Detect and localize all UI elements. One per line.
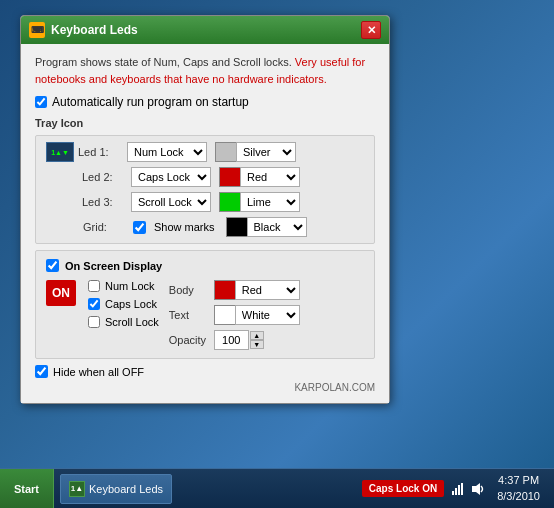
caps-lock-checkbox[interactable]: [88, 298, 100, 310]
taskbar-items: 1▲ Keyboard Leds: [54, 469, 356, 508]
body-row: Body Silver Red Lime Black White: [169, 280, 364, 300]
hide-row: Hide when all OFF: [35, 365, 375, 378]
opacity-input[interactable]: 100: [214, 330, 249, 350]
title-left: ⌨ Keyboard Leds: [29, 22, 138, 38]
on-badge: ON: [46, 280, 76, 306]
scroll-lock-row: Scroll Lock: [88, 316, 159, 328]
description-text: Program shows state of Num, Caps and Scr…: [35, 54, 375, 87]
caps-lock-row: Caps Lock: [88, 298, 159, 310]
led3-lock-select[interactable]: Num Lock Caps Lock Scroll Lock: [131, 192, 211, 212]
led1-row: 1▲▼ Led 1: Num Lock Caps Lock Scroll Loc…: [46, 142, 364, 162]
network-icon[interactable]: [451, 481, 467, 497]
opacity-spinner[interactable]: ▲ ▼: [250, 331, 264, 349]
tray-icon-section: 1▲▼ Led 1: Num Lock Caps Lock Scroll Loc…: [35, 135, 375, 244]
svg-rect-1: [455, 488, 457, 495]
opacity-down[interactable]: ▼: [250, 340, 264, 349]
led1-label: Led 1:: [78, 146, 123, 158]
text-color-select[interactable]: Silver Red Lime Black White: [235, 305, 300, 325]
grid-label: Grid:: [83, 221, 128, 233]
description-normal: Program shows state of Num, Caps and Scr…: [35, 56, 292, 68]
show-marks-label: Show marks: [154, 221, 215, 233]
osd-label: On Screen Display: [65, 260, 162, 272]
tray-icon-section-label: Tray Icon: [35, 117, 375, 129]
dialog-title: Keyboard Leds: [51, 23, 138, 37]
grid-row: Grid: Show marks Silver Red Lime Black: [46, 217, 364, 237]
led2-label: Led 2:: [82, 171, 127, 183]
grid-color-box: [226, 217, 248, 237]
osd-right-area: Body Silver Red Lime Black White: [169, 280, 364, 350]
body-color-select[interactable]: Silver Red Lime Black White: [235, 280, 300, 300]
osd-checkboxes: Num Lock Caps Lock Scroll Lock: [88, 280, 159, 336]
osd-content: ON Num Lock Caps Lock: [46, 280, 364, 350]
scroll-lock-label: Scroll Lock: [105, 316, 159, 328]
volume-icon[interactable]: [470, 481, 486, 497]
taskbar-keyboard-leds[interactable]: 1▲ Keyboard Leds: [60, 474, 172, 504]
startup-row: Automatically run program on startup: [35, 95, 375, 109]
scroll-lock-checkbox[interactable]: [88, 316, 100, 328]
text-label: Text: [169, 309, 209, 321]
text-color-box: [214, 305, 236, 325]
svg-marker-4: [472, 483, 480, 495]
dialog-body: Program shows state of Num, Caps and Scr…: [21, 44, 389, 403]
led1-lock-select[interactable]: Num Lock Caps Lock Scroll Lock: [127, 142, 207, 162]
clock-date: 8/3/2010: [497, 489, 540, 504]
led3-row: Led 3: Num Lock Caps Lock Scroll Lock Si…: [46, 192, 364, 212]
led2-color-box: [219, 167, 241, 187]
opacity-row: Opacity 100 ▲ ▼: [169, 330, 364, 350]
led1-color-box: [215, 142, 237, 162]
body-label: Body: [169, 284, 209, 296]
startup-label: Automatically run program on startup: [52, 95, 249, 109]
start-label: Start: [14, 483, 39, 495]
osd-left-area: ON Num Lock Caps Lock: [46, 280, 159, 350]
app-icon: ⌨: [29, 22, 45, 38]
led3-label: Led 3:: [82, 196, 127, 208]
desktop: ⌨ Keyboard Leds ✕ Program shows state of…: [0, 0, 554, 508]
taskbar: Start 1▲ Keyboard Leds Caps Lock ON 4:37…: [0, 468, 554, 508]
show-marks-checkbox[interactable]: [133, 221, 146, 234]
led2-color-select[interactable]: Silver Red Lime Black: [240, 167, 300, 187]
osd-section: On Screen Display ON Num Lock: [35, 250, 375, 359]
keyboard-leds-dialog: ⌨ Keyboard Leds ✕ Program shows state of…: [20, 15, 390, 404]
num-lock-checkbox[interactable]: [88, 280, 100, 292]
text-row: Text Silver Red Lime Black White: [169, 305, 364, 325]
svg-rect-2: [458, 485, 460, 495]
karpolan-text: KARPOLAN.COM: [35, 382, 375, 393]
led1-color-select[interactable]: Silver Red Lime Black: [236, 142, 296, 162]
startup-checkbox[interactable]: [35, 96, 47, 108]
led3-color-box: [219, 192, 241, 212]
led3-color-select[interactable]: Silver Red Lime Black: [240, 192, 300, 212]
taskbar-item-icon: 1▲: [69, 481, 85, 497]
clock-time: 4:37 PM: [497, 473, 540, 488]
opacity-up[interactable]: ▲: [250, 331, 264, 340]
taskbar-clock[interactable]: 4:37 PM 8/3/2010: [489, 473, 548, 504]
led1-icon: 1▲▼: [46, 142, 74, 162]
led2-row: Led 2: Num Lock Caps Lock Scroll Lock Si…: [46, 167, 364, 187]
taskbar-item-label: Keyboard Leds: [89, 483, 163, 495]
start-button[interactable]: Start: [0, 469, 54, 508]
hide-label: Hide when all OFF: [53, 366, 144, 378]
led2-lock-select[interactable]: Num Lock Caps Lock Scroll Lock: [131, 167, 211, 187]
num-lock-row: Num Lock: [88, 280, 159, 292]
body-color-box: [214, 280, 236, 300]
opacity-label: Opacity: [169, 334, 209, 346]
num-lock-label: Num Lock: [105, 280, 155, 292]
dialog-titlebar: ⌨ Keyboard Leds ✕: [21, 16, 389, 44]
svg-rect-3: [461, 483, 463, 495]
caps-lock-label: Caps Lock: [105, 298, 157, 310]
caps-lock-on-badge: Caps Lock ON: [362, 480, 444, 497]
hide-checkbox[interactable]: [35, 365, 48, 378]
close-button[interactable]: ✕: [361, 21, 381, 39]
system-tray: Caps Lock ON 4:37 PM 8/3/2010: [356, 469, 554, 508]
svg-rect-0: [452, 491, 454, 495]
osd-header: On Screen Display: [46, 259, 364, 272]
osd-checkbox[interactable]: [46, 259, 59, 272]
grid-color-select[interactable]: Silver Red Lime Black: [247, 217, 307, 237]
